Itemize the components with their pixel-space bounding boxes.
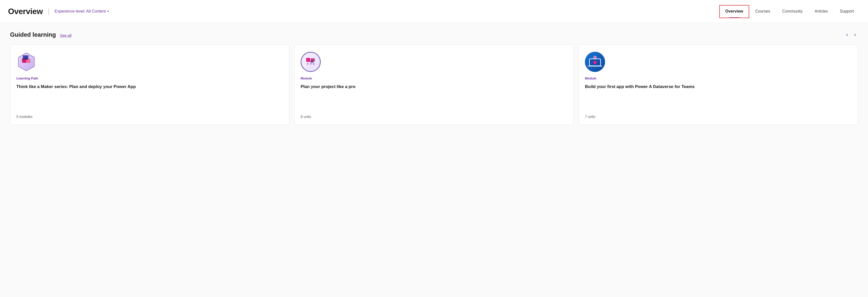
card-3-title: Build your first app with Power A Datave… (585, 84, 852, 90)
card-module-plan[interactable]: Module Plan your project like a pro 8 un… (294, 45, 574, 125)
chevron-down-icon: ▾ (107, 9, 109, 13)
experience-level-label: Experience level: All Content (55, 9, 106, 14)
page-title: Overview (8, 7, 43, 16)
card-icon-1 (16, 52, 36, 72)
filled-circle-icon-svg (585, 52, 605, 72)
page-header: Overview | Experience level: All Content… (0, 0, 868, 23)
carousel-nav: ‹ › (844, 31, 858, 38)
tab-courses[interactable]: Courses (749, 4, 776, 18)
experience-level-button[interactable]: Experience level: All Content ▾ (55, 8, 109, 15)
card-1-title: Think like a Maker series: Plan and depl… (16, 84, 283, 90)
header-left: Overview | Experience level: All Content… (8, 7, 109, 16)
main-content: Guided learning See all ‹ › (0, 23, 868, 133)
svg-point-11 (310, 63, 311, 64)
card-2-title: Plan your project like a pro (301, 84, 567, 90)
next-arrow-button[interactable]: › (852, 31, 858, 38)
svg-rect-6 (23, 56, 28, 59)
svg-point-12 (313, 63, 314, 64)
svg-rect-9 (311, 58, 315, 62)
cards-grid: Learning Path Think like a Maker series:… (10, 45, 858, 125)
svg-point-10 (307, 63, 308, 64)
nav-tabs: Overview Courses Community Articles Supp… (719, 4, 860, 18)
card-learning-path[interactable]: Learning Path Think like a Maker series:… (10, 45, 289, 125)
section-header: Guided learning See all ‹ › (10, 31, 858, 38)
tab-overview[interactable]: Overview (719, 4, 749, 18)
nav-tab-overview-wrapper: Overview (719, 4, 749, 18)
tab-support[interactable]: Support (834, 4, 860, 18)
svg-rect-8 (306, 58, 310, 61)
card-3-meta: 7 units (585, 115, 852, 119)
card-1-type: Learning Path (16, 77, 283, 80)
card-module-build[interactable]: Module Build your first app with Power A… (579, 45, 858, 125)
card-1-meta: 5 modules (16, 115, 283, 119)
hex-icon-svg (16, 52, 36, 72)
card-2-meta: 8 units (301, 115, 567, 119)
tab-articles[interactable]: Articles (809, 4, 834, 18)
circle-icon-svg (304, 55, 317, 69)
section-header-left: Guided learning See all (10, 31, 71, 38)
prev-arrow-button[interactable]: ‹ (844, 31, 850, 38)
header-divider: | (48, 7, 50, 15)
circle-icon-2 (301, 52, 321, 72)
tab-community[interactable]: Community (776, 4, 809, 18)
card-icon-2 (301, 52, 321, 72)
section-title: Guided learning (10, 31, 56, 38)
see-all-button[interactable]: See all (60, 33, 71, 37)
filled-circle-icon-3 (585, 52, 605, 72)
card-2-type: Module (301, 77, 567, 80)
card-icon-3 (585, 52, 605, 72)
card-3-type: Module (585, 77, 852, 80)
